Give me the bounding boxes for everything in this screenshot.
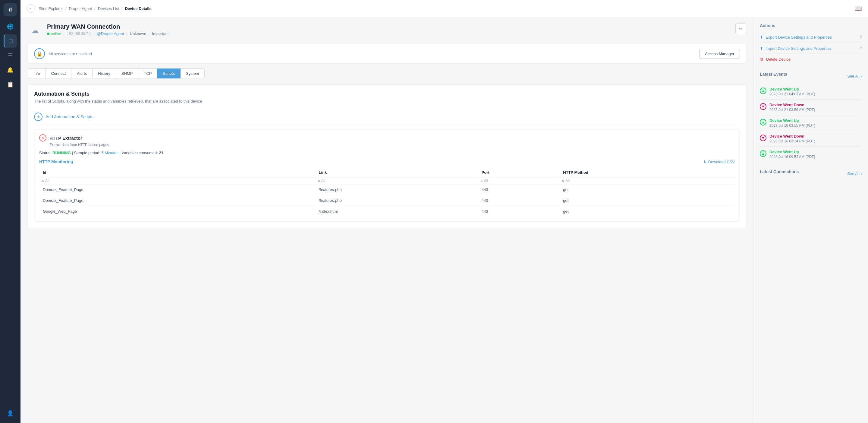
import-action[interactable]: ⬆ Import Device Settings and Properties …: [760, 43, 862, 54]
section-title: Automation & Scripts: [34, 91, 740, 97]
breadcrumb-agent[interactable]: Draper Agent: [69, 6, 92, 11]
device-name: Primary WAN Connection: [47, 23, 731, 30]
access-bar: 🔒 All services are unlocked Access Manag…: [28, 44, 746, 64]
device-agent-link[interactable]: @Draper Agent: [97, 31, 124, 36]
edit-device-button[interactable]: ✏: [735, 23, 746, 34]
network-icon: 🌐: [7, 23, 13, 30]
monitoring-header: HTTP Monitoring ⬇ Download CSV: [39, 159, 735, 164]
tab-system[interactable]: System: [180, 68, 205, 79]
export-action[interactable]: ⬇ Export Device Settings and Properties …: [760, 32, 862, 43]
table-row: Domotz_Feature_Page /features.php 443 ge…: [39, 185, 735, 195]
filter-link[interactable]: ⇅ All: [318, 179, 475, 183]
alerts-icon: 🔔: [7, 67, 13, 73]
event-title: Device Went Down: [770, 134, 815, 139]
breadcrumb-sep-2: /: [94, 6, 96, 11]
sidebar-item-alerts[interactable]: 🔔: [4, 63, 17, 77]
variables-value: 21: [159, 150, 163, 155]
cell-link: /index.html: [315, 206, 478, 217]
status-value: RUNNING: [53, 150, 71, 155]
col-port: Port: [478, 168, 559, 177]
sample-value-link[interactable]: 5 Minutes: [101, 150, 118, 155]
events-see-all[interactable]: See All ›: [847, 74, 862, 79]
col-link: Link: [315, 168, 478, 177]
device-cloud-icon: ☁: [28, 23, 42, 38]
connections-title: Latest Connections: [760, 169, 799, 174]
events-list: ▲ Device Went Up 2023 Jul 21 04:03 AM (P…: [760, 84, 862, 162]
tab-snmp[interactable]: SNMP: [116, 68, 138, 79]
cell-port: 443: [478, 185, 559, 195]
tab-history[interactable]: History: [92, 68, 116, 79]
device-header: ☁ Primary WAN Connection online | 192.16…: [28, 23, 746, 38]
reports-icon: 📋: [7, 81, 13, 88]
event-item: ▲ Device Went Up 2023 Jul 16 09:53 AM (P…: [760, 147, 862, 162]
sidebar: d 🌐 ⬡ ☰ 🔔 📋 👤: [0, 0, 21, 423]
events-header: Latest Events See All ›: [760, 72, 862, 80]
variables-label: Variables consumed:: [121, 150, 158, 155]
export-icon: ⬇: [760, 35, 763, 39]
export-help-icon[interactable]: ?: [860, 35, 862, 39]
remove-script-button[interactable]: ✕: [39, 134, 46, 141]
breadcrumb-devices[interactable]: Devices List: [98, 6, 119, 11]
sidebar-item-topology[interactable]: ⬡: [4, 34, 17, 48]
event-content: Device Went Up 2023 Jul 21 04:03 AM (PDT…: [770, 87, 815, 96]
sidebar-item-list[interactable]: ☰: [4, 49, 17, 62]
filter-port[interactable]: ⇅ All: [480, 179, 557, 183]
account-icon: 👤: [7, 410, 13, 417]
event-time: 2023 Jul 21 03:59 AM (PDT): [770, 108, 815, 112]
script-header: ✕ HTTP Extractor: [39, 134, 735, 141]
tab-info[interactable]: Info: [28, 68, 46, 79]
cell-id: Domotz_Feature_Page: [39, 185, 315, 195]
monitoring-title: HTTP Monitoring: [39, 159, 73, 164]
event-title: Device Went Up: [770, 118, 815, 123]
breadcrumb-current: Device Details: [125, 6, 151, 11]
tab-alerts[interactable]: Alerts: [71, 68, 93, 79]
sort-id-icon: ⇅: [41, 179, 44, 182]
content-area: ☁ Primary WAN Connection online | 192.16…: [21, 17, 868, 423]
filter-id[interactable]: ⇅ All: [41, 179, 313, 183]
event-item: ▲ Device Went Up 2023 Jul 21 04:03 AM (P…: [760, 84, 862, 100]
latest-connections-section: Latest Connections See All ›: [760, 169, 862, 178]
sidebar-item-reports[interactable]: 📋: [4, 78, 17, 91]
events-title: Latest Events: [760, 72, 787, 77]
topology-icon: ⬡: [8, 38, 13, 44]
filter-method[interactable]: ⇅ All: [562, 179, 733, 183]
connections-see-all[interactable]: See All ›: [847, 171, 862, 176]
import-help-icon[interactable]: ?: [860, 46, 862, 51]
sidebar-item-network[interactable]: 🌐: [4, 20, 17, 33]
cell-port: 443: [478, 195, 559, 206]
book-icon[interactable]: 📖: [855, 5, 862, 12]
event-content: Device Went Up 2023 Jul 16 03:55 PM (PDT…: [770, 118, 815, 128]
cell-method: get: [559, 206, 735, 217]
device-ip: 192.168.30.7.1: [67, 32, 91, 36]
access-manager-button[interactable]: Access Manager: [699, 49, 740, 59]
col-method: HTTP Method: [559, 168, 735, 177]
add-automation-button[interactable]: + Add Automation & Scripts: [34, 110, 740, 124]
monitoring-container: HTTP Monitoring ⬇ Download CSV Id Link: [39, 159, 735, 217]
status-label: Status:: [39, 150, 51, 155]
sidebar-item-account[interactable]: 👤: [4, 407, 17, 420]
download-icon: ⬇: [703, 160, 707, 164]
event-content: Device Went Up 2023 Jul 16 09:53 AM (PDT…: [770, 150, 815, 159]
connections-header: Latest Connections See All ›: [760, 169, 862, 178]
actions-title: Actions: [760, 23, 862, 28]
cell-method: get: [559, 185, 735, 195]
cell-link: /features.php: [315, 195, 478, 206]
cell-method: get: [559, 195, 735, 206]
plus-icon: +: [34, 113, 42, 121]
tab-connect[interactable]: Connect: [45, 68, 71, 79]
delete-action[interactable]: 🗑 Delete Device: [760, 54, 862, 64]
event-title: Device Went Up: [770, 87, 815, 91]
monitoring-table: Id Link Port HTTP Method ⇅: [39, 168, 735, 217]
download-csv-link[interactable]: ⬇ Download CSV: [703, 160, 735, 164]
import-label: Import Device Settings and Properties: [766, 46, 832, 51]
table-row: Domotz_Feature_Page... /features.php 443…: [39, 195, 735, 206]
event-item: ▼ Device Went Down 2023 Jul 21 03:59 AM …: [760, 100, 862, 115]
tab-scripts[interactable]: Scripts: [157, 68, 181, 79]
breadcrumb-sep-1: /: [65, 6, 67, 11]
app-logo[interactable]: d: [4, 3, 17, 16]
device-priority: Important: [152, 31, 168, 36]
table-row: Google_Web_Page /index.html 443 get: [39, 206, 735, 217]
back-button[interactable]: ‹: [27, 4, 35, 13]
breadcrumb-sites[interactable]: Sites Explorer: [38, 6, 63, 11]
tab-tcp[interactable]: TCP: [138, 68, 157, 79]
